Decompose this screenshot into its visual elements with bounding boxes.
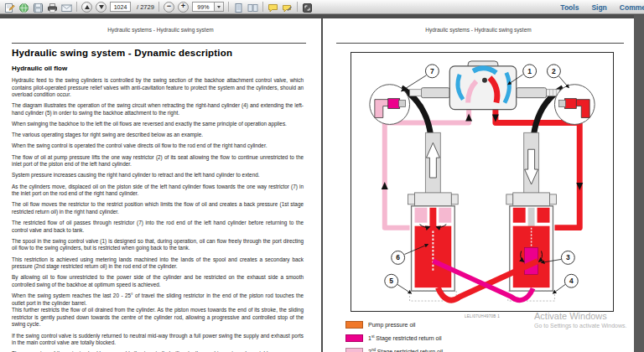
two-page-view-icon[interactable] (247, 2, 258, 13)
toolbar-separator (158, 2, 159, 12)
page-view-icon[interactable] (233, 2, 244, 13)
toolbar-separator (297, 2, 298, 12)
page-header: Hydraulic systems - Hydraulic swing syst… (0, 18, 321, 33)
svg-text:7: 7 (430, 67, 434, 75)
legend-label: 2nd Stage restricted return oil (368, 348, 443, 352)
paragraph: This restriction is achieved using meter… (12, 256, 304, 271)
callout-2: 2 (547, 65, 569, 88)
paragraph: System pressure increases causing the ri… (12, 172, 304, 179)
create-pdf-icon[interactable] (4, 2, 15, 13)
page-number-input[interactable] (110, 2, 131, 12)
paragraph: If the swing control valve is suddenly r… (12, 333, 304, 347)
print-icon[interactable] (47, 2, 58, 13)
paragraph: The diagram illustrates the operation of… (12, 102, 304, 116)
paragraph: The spool in the swing control valve (1)… (12, 238, 304, 252)
header-rule (336, 43, 624, 44)
paragraph: Hydraulic feed to the swing cylinders is… (12, 77, 304, 99)
sign-button[interactable]: Sign (591, 3, 606, 12)
previous-page-icon[interactable] (81, 2, 92, 13)
legend-label: Pump pressure oil (368, 321, 415, 328)
page-total-label: / 2729 (137, 3, 154, 11)
legend-swatch-orange (345, 321, 363, 329)
paragraph: When the swing system reaches the last 2… (12, 292, 304, 307)
figure-legend: Pump pressure oil 1st Stage restricted r… (345, 321, 443, 352)
left-swing-cylinder (408, 132, 459, 301)
legend-label: 1st Stage restricted return oil (368, 334, 442, 341)
paragraph: The restricted flow of oil passes throug… (12, 220, 304, 234)
svg-text:3: 3 (566, 253, 570, 261)
svg-text:2: 2 (552, 67, 556, 75)
callout-4: 4 (553, 274, 578, 293)
toolbar-separator (262, 2, 263, 12)
scrollbar[interactable] (634, 15, 644, 352)
comment-bubble-icon[interactable] (267, 2, 278, 13)
restrictor-2-inset (554, 85, 595, 125)
hydraulic-swing-diagram: 7 1 2 6 (351, 53, 613, 311)
fullscreen-icon[interactable] (302, 2, 313, 13)
save-icon[interactable] (33, 2, 44, 13)
section-subtitle: Hydraulic oil flow (12, 65, 304, 72)
legend-row-pump-pressure: Pump pressure oil (345, 321, 443, 329)
header-rule (12, 43, 306, 44)
paragraph: When the swing control is operated the c… (12, 142, 304, 150)
comment-button[interactable]: Comment (620, 3, 644, 12)
svg-text:5: 5 (389, 277, 393, 285)
legend-swatch-magenta (345, 334, 363, 342)
paragraph: The oil flow moves the restrictor to the… (12, 201, 304, 215)
right-swing-cylinder (506, 132, 557, 301)
zoom-in-icon[interactable]: + (178, 2, 189, 13)
page-body: Hydraulic swing system - Dynamic descrip… (0, 48, 321, 352)
toolbar-separator (228, 2, 229, 12)
svg-text:4: 4 (569, 277, 574, 285)
paragraph: This further restricts the flow of oil d… (12, 307, 304, 329)
email-icon[interactable] (61, 2, 72, 13)
toolbar-separator (76, 2, 77, 12)
svg-text:6: 6 (396, 253, 400, 261)
hydraulic-diagram-figure: 7 1 2 6 (351, 52, 614, 312)
toolbar: / 2729 − + 99% (0, 0, 644, 14)
zoom-out-icon[interactable]: − (164, 2, 174, 13)
document-viewer: Hydraulic systems - Hydraulic swing syst… (0, 15, 644, 352)
legend-row-first-stage: 1st Stage restricted return oil (345, 334, 443, 342)
paragraph: The various operating stages for right s… (12, 132, 304, 139)
callout-5: 5 (385, 274, 412, 293)
open-icon[interactable] (18, 2, 29, 13)
highlight-icon[interactable] (282, 2, 293, 13)
page-title: Hydraulic swing system - Dynamic descrip… (12, 48, 304, 58)
callout-7: 7 (402, 65, 439, 91)
paragraph: When swinging the backhoe to the left th… (12, 121, 304, 128)
zoom-dropdown-caret[interactable] (215, 2, 224, 12)
paragraph: The flow of oil at pump pressure lifts t… (12, 154, 304, 168)
tools-button[interactable]: Tools (560, 3, 579, 12)
toolbar-right-panel: Tools Sign Comment (560, 0, 644, 14)
paragraph: By allowing oil to flow unrestricted to … (12, 274, 304, 288)
next-page-icon[interactable] (96, 2, 106, 13)
legend-row-second-stage: 2nd Stage restricted return oil (345, 348, 443, 352)
page-header: Hydraulic systems - Hydraulic swing syst… (323, 18, 634, 33)
legend-swatch-pink (345, 348, 363, 352)
zoom-level-value[interactable]: 99% (192, 2, 215, 12)
figure-caption: LELI07UH4970B 1 (351, 314, 614, 318)
restrictor-7-inset (370, 85, 410, 125)
pdf-reader-window: / 2729 − + 99% (0, 0, 644, 352)
svg-text:1: 1 (527, 67, 532, 75)
page-left: Hydraulic systems - Hydraulic swing syst… (0, 18, 321, 352)
page-right: Hydraulic systems - Hydraulic swing syst… (323, 18, 634, 352)
paragraph: As the cylinders move, displaced oil on … (12, 184, 304, 198)
